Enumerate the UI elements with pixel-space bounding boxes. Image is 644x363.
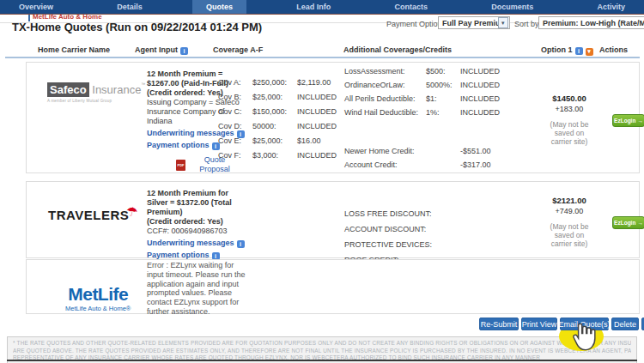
quote-row-safeco: Safeco Insurance™ A member of Liberty Mu…: [26, 62, 640, 173]
additional-amount: $1:: [426, 94, 460, 108]
option-1-cell: $1450.00 +183.00 (May not besaved oncarr…: [535, 94, 604, 146]
coverage-value: $16.00: [297, 136, 350, 151]
arrow-right-icon: →: [637, 220, 643, 226]
top-nav: Overview Details Quotes Lead Info Contac…: [0, 0, 644, 14]
additional-value: INCLUDED: [460, 94, 513, 108]
coverage-value: $2,119.00: [297, 78, 350, 93]
payment-option-label: Payment Option:: [386, 20, 444, 28]
coverage-amount: $25,000:: [252, 93, 297, 107]
coverage-label: Cov A:: [218, 78, 252, 93]
pdf-icon[interactable]: PDF: [176, 160, 185, 171]
additional-value: INCLUDED: [460, 108, 513, 122]
info-icon[interactable]: i: [180, 47, 188, 55]
payment-option-select[interactable]: Full Pay Premium ▼: [438, 16, 510, 29]
coverage-amount: $25,000:: [252, 136, 297, 151]
additional-label: All Perils Deductible:: [344, 94, 426, 108]
additional-label: LossAssessment:: [344, 67, 426, 81]
additional-coverages-list: LossAssessment:$500:INCLUDED OrdinanceOr…: [344, 67, 513, 122]
ezlogin-button[interactable]: EzLogin→: [612, 216, 644, 229]
credit-label: Account Credit:: [344, 160, 426, 174]
coverage-value: INCLUDED: [297, 107, 350, 122]
tab-activity[interactable]: Activity: [583, 0, 639, 14]
col-header-agent-input: Agent Inputi: [135, 45, 188, 55]
additional-amount: $500:: [426, 67, 460, 81]
tab-overview[interactable]: Overview: [5, 0, 67, 14]
sort-by-select[interactable]: Premium: Low-High (Rate/Month): [538, 16, 644, 29]
metlife-tagline: MetLife Auto & Home®: [65, 305, 131, 312]
quote-row-metlife: MetLife MetLife Auto & Home® Error : EZL…: [26, 259, 640, 314]
bottom-edge-line: [7, 360, 637, 361]
info-icon[interactable]: i: [237, 240, 245, 248]
coverage-label: Cov E:: [218, 136, 252, 151]
col-header-additional: Additional Coverages/Credits: [343, 45, 452, 54]
credit-ordered-text: (Credit ordered: Yes): [147, 217, 245, 227]
additional-label: OrdinanceOrLaw:: [344, 81, 426, 94]
coverage-value: INCLUDED: [297, 151, 350, 166]
agent-input-cell: 12 Month Premium for Silver = $1372.00 (…: [147, 189, 245, 260]
delete-button[interactable]: Delete: [611, 318, 639, 330]
coverage-amount: 50000:: [252, 122, 297, 136]
premium-text: 12 Month Premium for Silver = $1372.00 (…: [147, 189, 245, 217]
coverage-label: Cov C:: [218, 107, 252, 122]
travelers-logo: TRAVELERS☂: [48, 208, 138, 223]
option-note: (May not besaved oncarrier site): [535, 120, 604, 146]
sort-by-label: Sort by:: [514, 20, 541, 28]
hand-cursor-icon: [569, 322, 597, 356]
coverage-amount: $3,000:: [252, 151, 297, 166]
coverage-label: Cov B:: [218, 93, 252, 107]
ccf-number-text: CCF#: 0006940986703: [147, 227, 245, 236]
coverage-value: INCLUDED: [297, 122, 350, 136]
col-header-carrier: Home Carrier Name: [38, 45, 110, 54]
credit-value: -$317.00: [460, 160, 513, 174]
col-header-option-1: Option 1i▾: [541, 45, 593, 56]
additional-label: ACCOUNT DISCOUNT:: [344, 221, 432, 237]
option-orange-icon[interactable]: ▾: [586, 48, 593, 56]
payment-options-link[interactable]: Payment options: [147, 141, 210, 149]
print-view-button[interactable]: Print View: [521, 318, 557, 330]
tab-quotes[interactable]: Quotes: [192, 0, 246, 14]
tab-documents[interactable]: Documents: [477, 0, 547, 14]
table-top-border: [5, 57, 640, 58]
coverage-amount: $250,000:: [252, 78, 297, 93]
coverage-value: INCLUDED: [297, 93, 350, 107]
ezlogin-button[interactable]: EzLogin→: [612, 114, 644, 127]
option-monthly-delta: +749.00: [535, 207, 604, 215]
additional-amount: 5000%:: [426, 81, 460, 94]
option-1-cell: $2121.00 +749.00 (May not besaved oncarr…: [535, 196, 604, 248]
quotes-page: Overview Details Quotes Lead Info Contac…: [0, 0, 644, 363]
safeco-tagline: A member of Liberty Mutual Group: [47, 99, 145, 103]
additional-label: Wind Hail Deductible:: [344, 108, 426, 122]
umbrella-icon: ☂: [125, 203, 139, 221]
additional-amount: 1%:: [426, 108, 460, 122]
col-header-coverage: Coverage A-F: [213, 45, 263, 54]
arrow-right-icon: →: [637, 118, 643, 124]
option-note: (May not besaved oncarrier site): [535, 222, 604, 248]
info-icon[interactable]: i: [575, 47, 583, 55]
additional-value: INCLUDED: [460, 67, 513, 81]
additional-label: LOSS FREE DISCOUNT:: [344, 206, 432, 221]
metlife-logo: MetLife MetLife Auto & Home®: [65, 284, 131, 312]
credit-value: -$551.00: [460, 147, 513, 160]
coverage-amount: $150,000:: [252, 107, 297, 122]
option-monthly-delta: +183.00: [535, 105, 604, 113]
coverage-list: Cov A:$250,000:$2,119.00 Cov B:$25,000:I…: [218, 78, 350, 166]
safeco-logo: Safeco Insurance™ A member of Liberty Mu…: [47, 82, 145, 103]
chevron-down-icon: ▼: [498, 17, 508, 28]
tab-contacts[interactable]: Contacts: [380, 0, 441, 14]
additional-label: PROTECTIVE DEVICES:: [344, 237, 432, 252]
tab-lead-info[interactable]: Lead Info: [283, 0, 344, 14]
coverage-label: Cov F:: [218, 151, 252, 166]
tab-details[interactable]: Details: [103, 0, 156, 14]
quote-error-message: Error : EZLynx waiting for input timeout…: [147, 261, 250, 317]
option-premium: $1450.00: [535, 94, 604, 103]
col-header-actions: Actions: [599, 45, 628, 54]
underwriting-messages-link[interactable]: Underwriting messages: [147, 239, 234, 247]
additional-value: INCLUDED: [460, 81, 513, 94]
page-title: TX-Home Quotes (Run on 09/22/2014 01:24 …: [12, 21, 262, 33]
option-premium: $2121.00: [535, 196, 604, 205]
re-submit-button[interactable]: Re-Submit: [479, 318, 519, 330]
coverage-label: Cov D:: [218, 122, 252, 136]
credits-list: Newer Home Credit:-$551.00 Account Credi…: [344, 147, 513, 174]
credit-label: Newer Home Credit:: [344, 147, 426, 160]
payment-options-link[interactable]: Payment options: [147, 251, 210, 259]
